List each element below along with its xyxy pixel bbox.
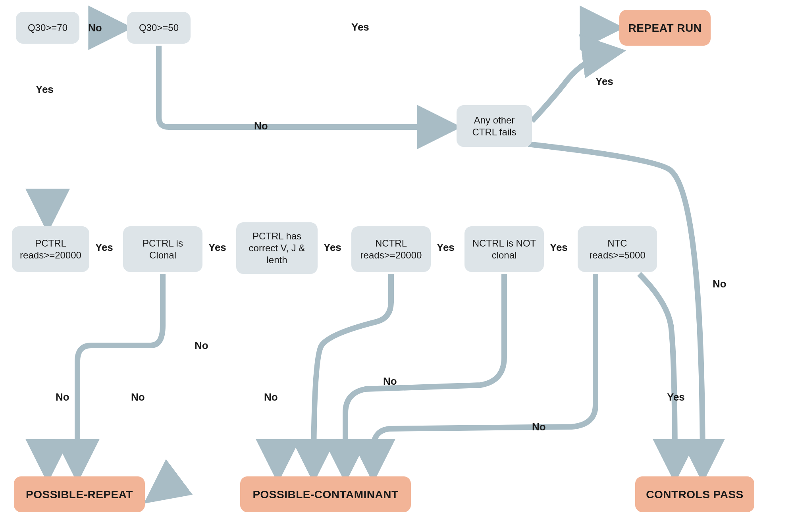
flowchart-stage: Q30>=70 Q30>=50 REPEAT RUN Any other CTR… xyxy=(0,0,794,532)
node-label: Q30>=50 xyxy=(139,22,179,34)
node-nctrl-notclonal: NCTRL is NOT clonal xyxy=(464,226,544,272)
node-label: NTC reads>=5000 xyxy=(583,237,651,261)
node-label: PCTRL is Clonal xyxy=(129,237,197,261)
node-pctrl-reads: PCTRL reads>=20000 xyxy=(12,226,89,272)
edge-ntc-reads-yes: Yes xyxy=(667,391,685,403)
node-label: CONTROLS PASS xyxy=(646,488,744,501)
node-q30-70: Q30>=70 xyxy=(16,12,79,44)
node-label: PCTRL has correct V, J & lenth xyxy=(242,230,312,266)
edge-q30-70-no: No xyxy=(88,22,102,34)
node-pctrl-vj: PCTRL has correct V, J & lenth xyxy=(236,222,318,274)
node-label: NCTRL reads>=20000 xyxy=(357,237,425,261)
node-label: PCTRL reads>=20000 xyxy=(17,237,84,261)
edge-q30-70-yes: Yes xyxy=(36,83,54,96)
node-label: REPEAT RUN xyxy=(628,21,702,35)
node-any-ctrl-fails: Any other CTRL fails xyxy=(457,105,532,147)
node-pctrl-clonal: PCTRL is Clonal xyxy=(123,226,202,272)
edge-pctrl-vj-no-upper: No xyxy=(195,339,208,352)
node-label: POSSIBLE-REPEAT xyxy=(26,488,133,501)
node-nctrl-reads: NCTRL reads>=20000 xyxy=(351,226,431,272)
edge-nctrl-notclon-yes: Yes xyxy=(550,241,568,254)
node-repeat-run: REPEAT RUN xyxy=(619,10,711,46)
node-label: Any other CTRL fails xyxy=(462,114,526,138)
edge-pctrl-vj-yes: Yes xyxy=(324,241,341,254)
edge-pctrl-reads-no: No xyxy=(56,391,69,403)
node-possible-repeat: POSSIBLE-REPEAT xyxy=(14,476,145,512)
edge-anyctrl-no: No xyxy=(713,278,727,290)
edge-q30-50-yes: Yes xyxy=(351,21,369,33)
node-controls-pass: CONTROLS PASS xyxy=(635,476,754,512)
node-label: Q30>=70 xyxy=(28,22,67,34)
edge-nctrl-notclon-no: No xyxy=(532,421,546,433)
node-ntc-reads: NTC reads>=5000 xyxy=(578,226,657,272)
edge-q30-50-no: No xyxy=(254,120,268,132)
edge-pctrl-vj-no: No xyxy=(264,391,278,403)
edge-anyctrl-yes: Yes xyxy=(596,75,613,88)
edge-nctrl-reads-yes: Yes xyxy=(437,241,455,254)
node-label: NCTRL is NOT clonal xyxy=(470,237,538,261)
node-possible-contaminant: POSSIBLE-CONTAMINANT xyxy=(240,476,411,512)
node-label: POSSIBLE-CONTAMINANT xyxy=(252,488,398,501)
node-q30-50: Q30>=50 xyxy=(127,12,191,44)
edge-nctrl-reads-no: No xyxy=(383,375,397,387)
edge-pctrl-reads-yes: Yes xyxy=(95,241,113,254)
edge-pctrl-clonal-no: No xyxy=(131,391,145,403)
edge-pctrl-clonal-yes: Yes xyxy=(208,241,226,254)
